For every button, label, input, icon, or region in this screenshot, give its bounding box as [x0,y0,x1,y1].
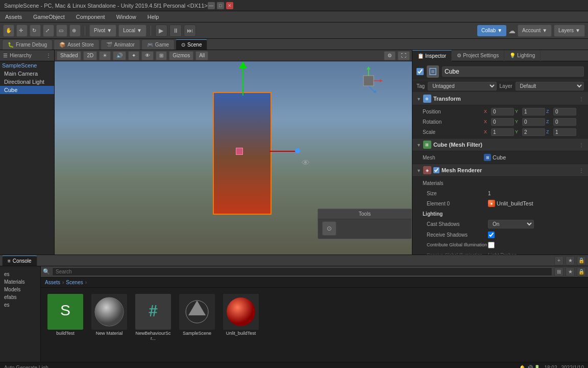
move-tool[interactable]: ✛ [16,25,28,37]
scene-maximize-button[interactable]: ⛶ [398,51,410,60]
transform-header[interactable]: ⊕ Transform ⋮ [412,93,588,105]
pos-z-input[interactable] [553,108,576,116]
rot-x-input[interactable] [491,118,514,126]
rect-tool[interactable]: ▭ [56,25,67,37]
scene-settings-button[interactable]: ⚙ [384,51,396,60]
contribute-gi-checkbox[interactable] [488,242,495,248]
scale-x-field: X [484,128,514,136]
asset-samplescene[interactable]: SampleScene [177,292,217,358]
minimize-button[interactable]: — [208,2,215,9]
inspector-tab-lighting[interactable]: 💡 Lighting [504,50,541,61]
scale-tool[interactable]: ⤢ [43,25,54,37]
scale-z-input[interactable] [553,128,576,136]
hierarchy-item-directional-light[interactable]: Directional Light [0,78,54,86]
tag-select[interactable]: Untagged [428,82,496,90]
left-nav-es2[interactable]: es [2,301,38,309]
left-nav-efabs[interactable]: efabs [2,293,38,301]
mesh-renderer-header[interactable]: ◈ Mesh Renderer ⋮ [412,164,588,177]
audio-button[interactable]: 🔊 [113,51,126,60]
menu-help[interactable]: Help [145,13,161,21]
mesh-filter-menu[interactable]: ⋮ [579,142,584,148]
inspector-tab-inspector[interactable]: 📋 Inspector [412,50,452,61]
move-handle-y[interactable] [242,67,243,96]
hierarchy-item-main-camera[interactable]: Main Camera [0,70,54,78]
hidden-button[interactable]: 👁 [141,51,154,60]
search-filter-1[interactable]: ⊞ [554,267,564,277]
tab-frame-debug[interactable]: 🐛 Frame Debug [2,39,53,50]
shaded-button[interactable]: Shaded [57,51,81,60]
receive-shadows-checkbox[interactable] [488,232,495,238]
all-button[interactable]: All [195,51,208,60]
pause-button[interactable]: ⏸ [169,25,182,37]
transform-menu[interactable]: ⋮ [579,96,584,102]
bottom-star-button[interactable]: ★ [566,256,575,265]
left-nav-materials[interactable]: Materials [2,278,38,286]
lighting-section-label: Lighting [423,211,484,217]
asset-new-material[interactable]: New Material [89,292,130,358]
asset-script[interactable]: ＃ NewBehaviourScr... [133,292,174,358]
bottom-add-button[interactable]: + [554,256,564,265]
tab-scene[interactable]: ⊙ Scene [176,39,207,50]
tab-asset-store[interactable]: 📦 Asset Store [54,39,100,50]
cloud-icon[interactable]: ☁ [508,27,516,35]
search-icon: 🔍 [43,268,50,275]
move-handle-x[interactable] [270,151,296,152]
collab-button[interactable]: Collab ▼ [477,25,506,36]
left-nav-models[interactable]: Models [2,286,38,293]
breadcrumb-scenes[interactable]: Scenes [66,280,83,285]
rotate-tool[interactable]: ↻ [30,25,41,37]
go-active-checkbox[interactable] [416,68,424,75]
layers-button[interactable]: Layers▼ [554,25,585,37]
tab-animator[interactable]: 🎬 Animator [101,39,140,50]
close-button[interactable]: ✕ [226,2,233,9]
mesh-filter-header[interactable]: ⊞ Cube (Mesh Filter) ⋮ [412,139,588,151]
effects-button[interactable]: ✦ [128,51,139,60]
hierarchy-menu-icon[interactable]: ⋮ [46,53,51,58]
hand-tool[interactable]: ✋ [3,25,14,37]
pos-y-input[interactable] [522,108,545,116]
step-button[interactable]: ⏭ [184,25,196,37]
layer-select[interactable]: Default [516,82,584,90]
gizmos-button[interactable]: Gizmos [169,51,193,60]
menu-gameobject[interactable]: GameObject [31,13,67,21]
mesh-renderer-menu[interactable]: ⋮ [579,168,584,173]
pos-x-input[interactable] [491,108,514,116]
rot-z-input[interactable] [553,118,576,126]
asset-buildtest[interactable]: S buildTest [45,292,86,358]
search-filter-2[interactable]: ★ [566,267,575,277]
menu-window[interactable]: Window [114,13,138,21]
inspector-tab-project-settings[interactable]: ⚙ Project Settings [452,50,504,61]
local-button[interactable]: Local▼ [118,25,146,37]
maximize-button[interactable]: □ [217,2,224,9]
status-time: 18:02 [544,365,557,368]
breadcrumb-assets[interactable]: Assets [45,280,60,285]
move-center-handle[interactable] [236,148,243,155]
scale-x-input[interactable] [491,128,514,136]
bottom-lock-button[interactable]: 🔒 [577,256,586,265]
search-filter-3[interactable]: 🔒 [577,267,586,277]
cast-shadows-select[interactable]: OnOffTwo Sided [488,220,534,228]
pivot-button[interactable]: Pivot▼ [89,25,116,37]
tab-game[interactable]: 🎮 Game [141,39,175,50]
hierarchy-item-cube[interactable]: Cube [0,86,54,94]
store-icon: 📦 [59,42,65,48]
play-button[interactable]: ▶ [155,25,167,37]
scene-tool-button[interactable]: ⊙ [322,221,336,236]
menu-assets[interactable]: Assets [3,13,24,21]
menu-component[interactable]: Component [74,13,107,21]
2d-button[interactable]: 2D [83,51,97,60]
go-name-input[interactable] [442,66,584,77]
account-button[interactable]: Account▼ [518,25,552,37]
tab-console[interactable]: ≡ Console [2,256,37,266]
left-nav-es[interactable]: es [2,270,38,278]
asset-unlit[interactable]: Unlit_buildTest [220,292,261,358]
transform-tool[interactable]: ⊕ [69,25,81,37]
lighting-button[interactable]: ☀ [99,51,111,60]
search-input[interactable] [52,267,552,276]
mesh-renderer-checkbox[interactable] [433,167,439,173]
scale-y-input[interactable] [522,128,545,136]
grid-button[interactable]: ⊞ [156,51,167,60]
rot-y-input[interactable] [522,118,545,126]
gizmo-svg [351,65,386,101]
hierarchy-scene[interactable]: SampleScene [0,61,54,70]
